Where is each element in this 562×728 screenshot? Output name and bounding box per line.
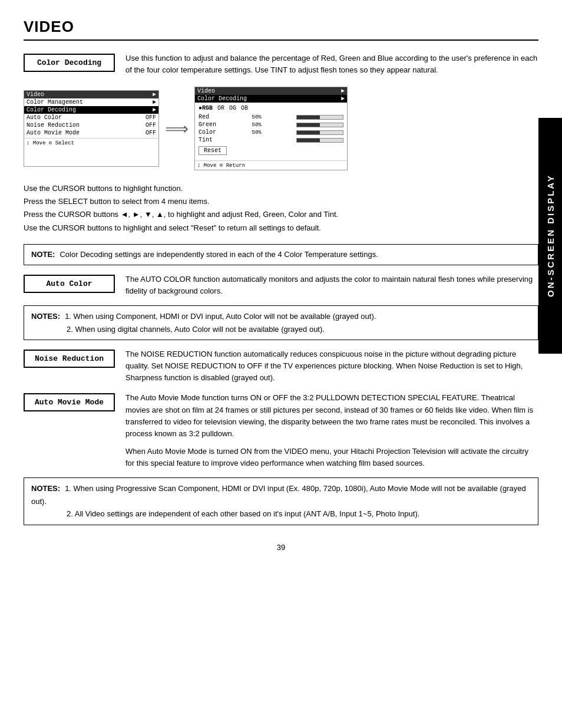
tint-row: Tint [199, 137, 343, 143]
menu-item-color-decoding: Color Decoding► [24, 106, 158, 114]
notes-auto-movie: NOTES:1. When using Progressive Scan Com… [24, 477, 538, 525]
notes-auto-color: NOTES:1. When using Component, HDMI or D… [24, 305, 538, 340]
menu-arrow: ⟹ [165, 119, 189, 139]
reset-label: Reset [199, 146, 227, 155]
color-row: Color 50% [199, 129, 343, 136]
reset-button: Reset [199, 144, 343, 157]
menu-screen-left: Video ► Color Management► Color Decoding… [24, 90, 159, 167]
menu-item-auto-movie: Auto Movie ModeOFF [24, 129, 158, 137]
menu-diagram: Video ► Color Management► Color Decoding… [24, 87, 538, 170]
green-bar [296, 123, 343, 127]
menu-right-footer: ↕ Move ⊙ Return [195, 160, 347, 170]
auto-movie-desc1: The Auto Movie Mode function turns ON or… [125, 392, 538, 440]
auto-color-label: Auto Color [24, 275, 115, 293]
red-row: Red 50% [199, 114, 343, 120]
auto-movie-desc2: When Auto Movie Mode is turned ON from t… [125, 446, 538, 469]
instruction-1: Use the CURSOR buttons to highlight func… [24, 182, 538, 195]
menu-right-content: ●RGB OR OG OB Red 50% Green 50% Color [195, 103, 347, 159]
menu-right-sub-header: Color Decoding► [195, 95, 347, 103]
menu-right-header: Video ► [195, 87, 347, 95]
menu-item-noise-reduction: Noise ReductionOFF [24, 121, 158, 129]
auto-color-section: Auto Color The AUTO COLOR function autom… [24, 274, 538, 297]
menu-item-auto-color: Auto ColorOFF [24, 114, 158, 121]
auto-color-description: The AUTO COLOR function automatically mo… [125, 274, 538, 297]
instructions: Use the CURSOR buttons to highlight func… [24, 182, 538, 234]
tint-bar [296, 138, 343, 143]
note-color-decoding: NOTE:Color Decoding settings are indepen… [24, 244, 538, 265]
rgb-row: ●RGB OR OG OB [199, 105, 343, 111]
notes-am-item2: 2. All Video settings are independent of… [67, 509, 419, 518]
color-decoding-section: Color Decoding Use this function to adju… [24, 52, 538, 76]
page-number: 39 [24, 543, 538, 552]
note-label: NOTE: [31, 250, 55, 259]
auto-movie-label: Auto Movie Mode [24, 393, 115, 411]
instruction-3: Press the CURSOR buttons ◄, ►, ▼, ▲, to … [24, 208, 538, 221]
menu-item-color-management: Color Management► [24, 98, 158, 106]
notes-ac-label: NOTES: [31, 312, 60, 321]
color-decoding-description: Use this function to adjust and balance … [125, 52, 538, 76]
noise-reduction-label: Noise Reduction [24, 350, 115, 368]
auto-movie-section: Auto Movie Mode The Auto Movie Mode func… [24, 392, 538, 469]
menu-left-footer: ↕ Move ⊙ Select [24, 138, 158, 147]
note-text: Color Decoding settings are independentl… [59, 250, 378, 259]
notes-ac-item2: 2. When using digital channels, Auto Col… [67, 325, 325, 334]
red-bar [296, 115, 343, 120]
page-title: VIDEO [24, 18, 538, 41]
sidebar-label: ON-SCREEN DISPLAY [538, 118, 562, 354]
instruction-4: Use the CURSOR buttons to highlight and … [24, 222, 538, 235]
instruction-2: Press the SELECT button to select from 4… [24, 195, 538, 208]
green-row: Green 50% [199, 121, 343, 128]
notes-ac-item1: 1. When using Component, HDMI or DVI inp… [65, 312, 376, 321]
color-bar [296, 130, 343, 135]
menu-screen-right: Video ► Color Decoding► ●RGB OR OG OB Re… [194, 87, 348, 170]
noise-reduction-section: Noise Reduction The NOISE REDUCTION func… [24, 348, 538, 384]
notes-am-item1: 1. When using Progressive Scan Component… [31, 484, 526, 505]
menu-left-header: Video ► [24, 91, 158, 98]
auto-movie-content: The Auto Movie Mode function turns ON or… [125, 392, 538, 469]
notes-am-label: NOTES: [31, 484, 60, 493]
noise-reduction-description: The NOISE REDUCTION function automatical… [125, 348, 538, 384]
color-decoding-label: Color Decoding [24, 54, 115, 72]
